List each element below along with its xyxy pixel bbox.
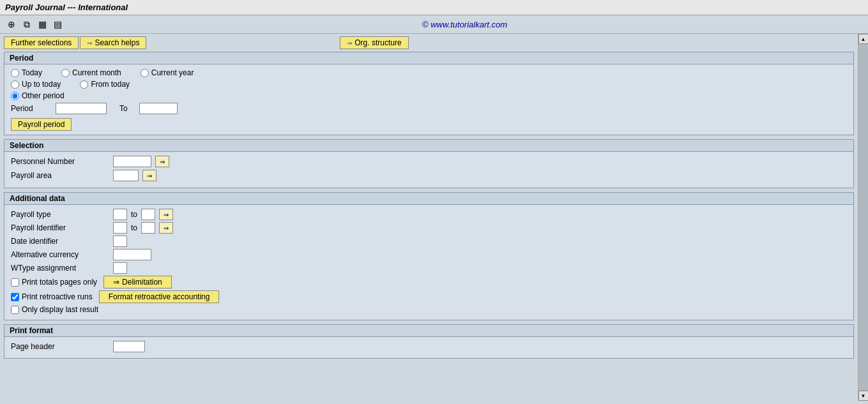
radio-today-input[interactable] [11, 69, 19, 77]
delimitation-button[interactable]: ⇒ Delimitation [103, 276, 172, 288]
payroll-type-arrow-btn[interactable]: ⇒ [159, 209, 173, 220]
payroll-identifier-label: Payroll Identifier [11, 223, 113, 232]
personnel-number-row: Personnel Number ⇒ [11, 156, 847, 167]
payroll-identifier-to-input[interactable] [141, 222, 155, 234]
period-row-2: Up to today From today [11, 80, 847, 89]
toolbar-icon-4[interactable]: ▤ [51, 18, 64, 31]
payroll-area-row: Payroll area ⇒ [11, 170, 847, 181]
content-area: Further selections ⇒ Search helps ⇒ Org.… [0, 34, 858, 401]
toolbar-icon-2[interactable]: ⧉ [20, 18, 33, 31]
radio-up-to-today[interactable]: Up to today [11, 80, 61, 89]
date-identifier-input[interactable]: 1 [113, 236, 127, 247]
payroll-area-input[interactable] [113, 170, 139, 181]
print-totals-label: Print totals pages only [22, 278, 97, 287]
radio-current-month[interactable]: Current month [61, 68, 121, 77]
period-section-body: Today Current month Current year Up to t… [4, 64, 853, 135]
personnel-number-label: Personnel Number [11, 157, 113, 166]
print-retroactive-row: Print retroactive runs Format retroactiv… [11, 290, 847, 303]
only-display-checkbox[interactable] [11, 306, 19, 314]
payroll-identifier-row: Payroll Identifier to ⇒ [11, 222, 847, 234]
radio-other-period[interactable]: Other period [11, 91, 65, 100]
period-section: Period Today Current month Current year [4, 52, 854, 135]
wtype-assignment-row: WType assignment I [11, 262, 847, 274]
app-title: Payroll Journal --- International [5, 3, 128, 12]
only-display-row: Only display last result [11, 305, 847, 314]
further-selections-tab[interactable]: Further selections [4, 36, 79, 49]
additional-data-body: Payroll type to ⇒ Payroll Identifier to … [4, 205, 853, 320]
scrollbar-track[interactable] [858, 44, 868, 391]
radio-current-year[interactable]: Current year [141, 68, 194, 77]
delimitation-arrow-icon: ⇒ [113, 278, 119, 287]
wtype-assignment-label: WType assignment [11, 264, 113, 273]
page-header-input[interactable]: XJT1 [113, 341, 145, 352]
print-retroactive-checkbox[interactable] [11, 293, 19, 301]
period-from-input[interactable] [56, 103, 107, 114]
title-bar: Payroll Journal --- International [0, 0, 868, 15]
alternative-currency-row: Alternative currency [11, 249, 847, 260]
to-label: To [119, 104, 128, 113]
period-to-input[interactable] [139, 103, 178, 114]
payroll-type-to-label: to [131, 210, 137, 219]
payroll-period-row: Payroll period [11, 117, 847, 131]
alternative-currency-label: Alternative currency [11, 250, 113, 259]
payroll-area-label: Payroll area [11, 171, 113, 180]
toolbar-icon-3[interactable]: ▦ [36, 18, 49, 31]
page-header-row: Page header XJT1 [11, 341, 847, 352]
org-structure-tab[interactable]: ⇒ Org. structure [340, 36, 408, 49]
additional-data-section: Additional data Payroll type to ⇒ Payrol… [4, 192, 854, 320]
format-retroactive-button[interactable]: Format retroactive accounting [99, 290, 220, 303]
period-field-label: Period [11, 104, 49, 113]
page-header-label: Page header [11, 342, 113, 351]
payroll-type-label: Payroll type [11, 210, 113, 219]
org-structure-label: Org. structure [354, 38, 401, 47]
print-format-header: Print format [4, 325, 853, 337]
payroll-type-input[interactable] [113, 209, 127, 220]
date-identifier-row: Date identifier 1 [11, 236, 847, 247]
search-helps-label: Search helps [95, 38, 139, 47]
radio-other-period-input[interactable] [11, 92, 19, 100]
toolbar: ⊕ ⧉ ▦ ▤ © www.tutorialkart.com [0, 15, 868, 34]
radio-from-today-input[interactable] [80, 80, 88, 89]
radio-from-today[interactable]: From today [80, 80, 130, 89]
tab-row: Further selections ⇒ Search helps ⇒ Org.… [4, 36, 854, 49]
period-field-row: Period To [11, 103, 847, 114]
selection-section-header: Selection [4, 140, 853, 152]
print-format-section: Print format Page header XJT1 [4, 324, 854, 359]
payroll-identifier-input[interactable] [113, 222, 127, 234]
print-format-body: Page header XJT1 [4, 337, 853, 358]
org-structure-arrow-icon: ⇒ [347, 40, 352, 47]
search-helps-arrow-icon: ⇒ [87, 40, 92, 47]
period-section-header: Period [4, 52, 853, 64]
main-content: Further selections ⇒ Search helps ⇒ Org.… [0, 34, 868, 401]
radio-today[interactable]: Today [11, 68, 42, 77]
additional-data-header: Additional data [4, 193, 853, 205]
print-totals-row: Print totals pages only ⇒ Delimitation [11, 276, 847, 288]
scroll-down-btn[interactable]: ▼ [858, 391, 869, 401]
payroll-type-row: Payroll type to ⇒ [11, 209, 847, 220]
scroll-up-btn[interactable]: ▲ [858, 34, 869, 44]
scrollbar-right: ▲ ▼ [858, 34, 868, 401]
personnel-number-arrow-btn[interactable]: ⇒ [155, 156, 169, 167]
payroll-identifier-arrow-btn[interactable]: ⇒ [159, 222, 173, 234]
period-row-3: Other period [11, 91, 847, 100]
wtype-assignment-input[interactable]: I [113, 262, 127, 274]
search-helps-tab[interactable]: ⇒ Search helps [80, 36, 146, 49]
payroll-area-arrow-btn[interactable]: ⇒ [142, 170, 156, 181]
watermark: © www.tutorialkart.com [66, 20, 863, 29]
only-display-label: Only display last result [22, 305, 98, 314]
personnel-number-input[interactable] [113, 156, 151, 167]
print-totals-checkbox[interactable] [11, 278, 19, 287]
radio-up-to-today-input[interactable] [11, 80, 19, 89]
radio-current-month-input[interactable] [61, 69, 70, 77]
print-totals-checkbox-label[interactable]: Print totals pages only [11, 278, 97, 287]
payroll-type-to-input[interactable] [141, 209, 155, 220]
payroll-identifier-to-label: to [131, 223, 137, 232]
selection-section: Selection Personnel Number ⇒ Payroll are… [4, 139, 854, 188]
toolbar-icon-1[interactable]: ⊕ [5, 18, 18, 31]
only-display-checkbox-label[interactable]: Only display last result [11, 305, 98, 314]
radio-current-year-input[interactable] [141, 69, 149, 77]
payroll-period-button[interactable]: Payroll period [11, 118, 72, 131]
print-retroactive-checkbox-label[interactable]: Print retroactive runs [11, 292, 93, 301]
alternative-currency-input[interactable] [113, 249, 151, 260]
selection-section-body: Personnel Number ⇒ Payroll area ⇒ [4, 152, 853, 188]
